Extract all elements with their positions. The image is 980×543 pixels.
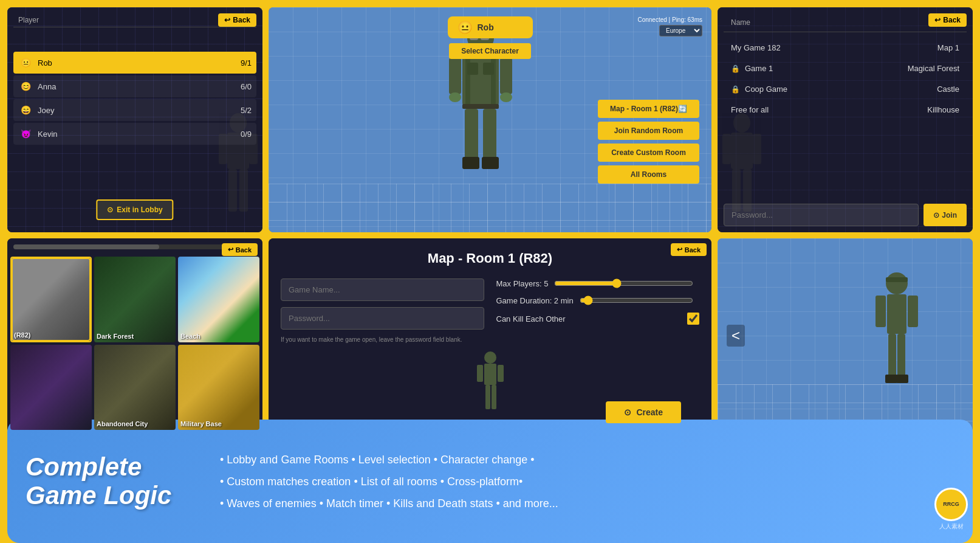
player-kd: 9/1: [241, 58, 252, 67]
svg-rect-28: [753, 134, 761, 164]
svg-rect-16: [449, 58, 461, 94]
svg-rect-22: [483, 109, 496, 164]
svg-rect-24: [482, 157, 499, 169]
avatar: 😐: [18, 55, 33, 70]
avatar: 😈: [18, 126, 33, 141]
connection-info: Connected | Ping: 63ms Europe US East As…: [637, 16, 702, 36]
feature-line-1: • Lobby and Game Rooms • Level selection…: [220, 449, 954, 471]
svg-point-37: [886, 272, 908, 294]
svg-point-31: [484, 351, 496, 364]
back-button-create[interactable]: ↩ Back: [671, 243, 707, 256]
join-random-button[interactable]: Join Random Room: [598, 122, 699, 140]
player-name: Joey: [38, 106, 241, 115]
svg-rect-33: [477, 365, 483, 382]
player-name: Kevin: [38, 130, 241, 139]
map-label-abandoned: Abandoned City: [97, 420, 148, 427]
map-room-button[interactable]: Map - Room 1 (R82) 🔄: [598, 100, 699, 118]
game-name-input[interactable]: [281, 278, 484, 301]
select-character-button[interactable]: Select Character: [449, 43, 531, 59]
create-form-left: If you want to make the game open, leave…: [281, 278, 484, 344]
exit-lobby-button[interactable]: ⊙ Exit in Lobby: [96, 199, 173, 220]
progress-bar: [13, 244, 256, 249]
svg-rect-36: [492, 385, 496, 409]
svg-rect-26: [731, 133, 753, 169]
svg-rect-14: [467, 63, 478, 75]
create-title: Map - Room 1 (R82): [281, 251, 699, 266]
create-form-right: Max Players: 5 Game Duration: 2 min Can …: [496, 278, 700, 344]
room-map: Magical Forest: [852, 64, 960, 73]
svg-rect-43: [897, 334, 905, 379]
svg-rect-40: [875, 296, 886, 327]
rooms-footer: ⊙ Join: [724, 204, 967, 226]
svg-rect-27: [722, 134, 731, 164]
list-item[interactable]: 🔒 Coop Game Castle: [724, 80, 967, 99]
bottom-title: Complete Game Logic: [26, 453, 196, 509]
duration-slider[interactable]: [580, 296, 693, 305]
char-name-badge: 😐 Rob: [448, 16, 533, 38]
svg-rect-45: [896, 375, 908, 383]
back-icon: ↩: [224, 16, 230, 24]
join-button[interactable]: ⊙ Join: [923, 204, 967, 226]
create-soldier-area: ⊙ Create: [281, 350, 699, 423]
map-label-military: Military Base: [180, 420, 222, 427]
player-kd: 5/2: [241, 106, 252, 115]
map-thumb-abandoned[interactable]: Abandoned City: [94, 345, 176, 431]
panel-3d-view: <: [718, 238, 973, 433]
lock-icon: 🔒: [731, 64, 740, 73]
char-name: Rob: [478, 22, 494, 32]
svg-rect-39: [887, 294, 906, 334]
back-button-scoreboard[interactable]: ↩ Back: [218, 13, 256, 27]
map-thumb-unknown[interactable]: [10, 345, 92, 431]
join-icon: ⊙: [933, 211, 939, 220]
exit-icon: ⊙: [107, 206, 113, 214]
map-thumb-dark-forest[interactable]: Dark Forest: [94, 257, 176, 342]
list-item[interactable]: My Game 182 Map 1: [724, 38, 967, 57]
create-button[interactable]: ⊙ Create: [606, 401, 681, 423]
player-name: Rob: [38, 58, 241, 67]
duration-label: Game Duration: 2 min: [496, 296, 574, 305]
player-name: Anna: [38, 82, 241, 91]
player-kd: 6/0: [241, 82, 252, 91]
player-kd: 0/9: [241, 130, 252, 139]
max-players-slider[interactable]: [554, 278, 693, 288]
list-item[interactable]: 🔒 Game 1 Magical Forest: [724, 59, 967, 78]
svg-rect-20: [462, 104, 499, 109]
max-players-label: Max Players: 5: [496, 279, 549, 288]
map-thumb-zombies[interactable]: (R82): [10, 257, 92, 342]
table-row: 😊 Anna 6/0: [13, 75, 256, 97]
panel-scoreboard: ↩ Back Player K / D 😐 Rob 9/1 😊 Anna 6/0: [7, 7, 262, 232]
back-button-rooms[interactable]: ↩ Back: [928, 13, 967, 27]
svg-rect-5: [239, 169, 248, 212]
name-col-header: Name: [731, 18, 845, 27]
create-password-input[interactable]: [281, 307, 484, 330]
all-rooms-button[interactable]: All Rooms: [598, 165, 699, 184]
back-button-maps[interactable]: ↩ Back: [222, 243, 258, 256]
bottom-features: • Lobby and Game Rooms • Level selection…: [220, 449, 954, 514]
selected-overlay: [12, 258, 91, 341]
list-item[interactable]: Free for all Killhouse: [724, 100, 967, 119]
feature-line-3: • Waves of enemies • Match timer • Kills…: [220, 493, 954, 514]
feature-line-2: • Custom matches creation • List of all …: [220, 471, 954, 493]
svg-rect-32: [484, 364, 496, 385]
create-soldier-model: [466, 350, 515, 423]
svg-rect-21: [465, 109, 478, 164]
room-name: Game 1: [745, 64, 852, 73]
create-icon: ⊙: [624, 407, 631, 417]
map-thumb-military[interactable]: Military Base: [178, 345, 259, 431]
back-icon: ↩: [934, 16, 941, 24]
kill-checkbox[interactable]: [687, 313, 699, 325]
map-thumb-beach[interactable]: Beach: [178, 257, 259, 342]
bottom-section-wrapper: Complete Game Logic • Lobby and Game Roo…: [0, 420, 980, 543]
svg-rect-4: [228, 169, 237, 212]
map-label-beach: Beach: [180, 333, 200, 340]
map-label-zombies: (R82): [14, 331, 31, 339]
kill-label: Can Kill Each Other: [496, 314, 566, 323]
rooms-list: My Game 182 Map 1 🔒 Game 1 Magical Fores…: [724, 38, 967, 119]
progress-bar-fill: [13, 244, 159, 249]
rrcg-badge: RRCG: [934, 488, 968, 521]
nav-arrow-left[interactable]: <: [727, 325, 745, 347]
create-custom-button[interactable]: Create Custom Room: [598, 144, 699, 162]
region-dropdown[interactable]: Europe US East Asia: [659, 25, 702, 36]
create-form-row: If you want to make the game open, leave…: [281, 278, 699, 344]
password-input[interactable]: [724, 204, 919, 226]
